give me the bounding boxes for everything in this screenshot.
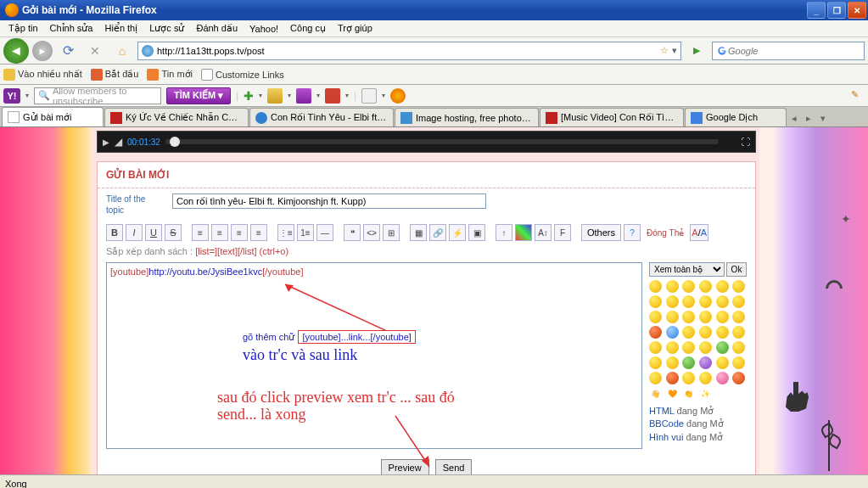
font-button[interactable]: F <box>554 224 571 241</box>
emoji-10[interactable] <box>649 372 662 384</box>
table-button[interactable]: ⊞ <box>383 224 400 241</box>
emoji-6[interactable] <box>649 356 662 369</box>
tab-scroll-left[interactable]: ◂ <box>787 109 801 126</box>
yahoo-news-icon[interactable] <box>325 88 340 104</box>
menu-history[interactable]: Lược sử <box>144 21 189 36</box>
hr-button[interactable]: — <box>316 224 333 241</box>
bookmark-news[interactable]: Tin mới <box>147 69 193 81</box>
link-button[interactable]: 🔗 <box>429 224 446 241</box>
color-button[interactable] <box>515 224 532 241</box>
tab-music[interactable]: [Music Video] Con Rối Tình Yêu El... <box>540 108 684 126</box>
emoji-5[interactable] <box>732 341 745 354</box>
emoji-sleepy[interactable] <box>716 311 729 323</box>
tab-video2[interactable]: Con Rối Tình Yêu - Elbi ft. Kimjoo... <box>249 108 394 126</box>
dropdown-icon[interactable]: ▾ <box>672 45 677 56</box>
emoji-cool[interactable] <box>649 295 662 308</box>
emoji-fire[interactable] <box>666 372 679 384</box>
video-button[interactable]: ▣ <box>468 224 485 241</box>
help-button[interactable]: ? <box>624 224 641 241</box>
reload-button[interactable]: ⟳ <box>56 39 80 63</box>
yahoo-apps-icon[interactable] <box>361 88 377 104</box>
flash-button[interactable]: ⚡ <box>449 224 466 241</box>
volume-icon[interactable]: ◢ <box>115 136 122 148</box>
yahoo-search-box[interactable]: 🔍Allow members to unsubscribe <box>34 87 161 104</box>
bold-button[interactable]: B <box>106 224 123 241</box>
switch-mode-button[interactable]: A/A <box>690 224 708 241</box>
fullscreen-icon[interactable]: ⛶ <box>741 137 750 147</box>
yahoo-messenger-icon[interactable] <box>296 88 311 104</box>
emoji-tongue[interactable] <box>716 295 729 308</box>
yahoo-search-button[interactable]: TÌM KIẾM ▾ <box>166 87 231 104</box>
menu-view[interactable]: Hiển thị <box>100 21 143 36</box>
minimize-button[interactable]: _ <box>807 2 826 19</box>
yahoo-logo-icon[interactable]: Y! <box>3 88 20 104</box>
bookmark-start[interactable]: Bắt đầu <box>91 69 139 81</box>
maximize-button[interactable]: ❐ <box>827 2 846 19</box>
emoji-heart[interactable] <box>716 372 729 384</box>
emoji-kiss[interactable] <box>682 295 695 308</box>
others-button[interactable]: Others <box>581 224 621 241</box>
tab-scroll-right[interactable]: ▸ <box>802 109 815 126</box>
close-button[interactable]: ✕ <box>848 2 866 19</box>
yahoo-edit-icon[interactable]: ✎ <box>851 89 865 103</box>
emoji-star[interactable] <box>666 326 679 339</box>
emoji-3[interactable] <box>682 341 695 354</box>
tab-translate[interactable]: Google Dịch <box>685 108 787 126</box>
play-icon[interactable]: ▶ <box>103 137 109 147</box>
title-input[interactable] <box>172 194 486 209</box>
emoji-wave4[interactable]: ✨ <box>699 387 712 400</box>
list-ol-button[interactable]: 1≡ <box>297 224 314 241</box>
home-button[interactable]: ⌂ <box>110 39 134 63</box>
go-button[interactable]: ▶ <box>685 39 708 63</box>
emoji-wave2[interactable]: 🧡 <box>666 387 679 400</box>
italic-button[interactable]: I <box>126 224 143 241</box>
url-input[interactable] <box>157 46 657 56</box>
back-button[interactable]: ◄ <box>3 38 29 64</box>
tab-post[interactable]: Gửi bài mới <box>2 107 104 126</box>
align-left-button[interactable]: ≡ <box>192 224 209 241</box>
emoji-grin[interactable] <box>666 280 679 293</box>
emoji-skull[interactable] <box>732 372 745 384</box>
emoji-ok-button[interactable]: Ok <box>726 262 747 277</box>
emoji-angry[interactable] <box>682 311 695 323</box>
emoji-shock[interactable] <box>732 295 745 308</box>
yahoo-firefox-icon[interactable] <box>390 88 406 104</box>
list-ul-button[interactable]: ⋮≡ <box>277 224 294 241</box>
bookmark-most-visited[interactable]: Vào nhiều nhất <box>3 69 82 81</box>
emoji-wave3[interactable]: 👏 <box>682 387 695 400</box>
yahoo-mail-icon[interactable] <box>267 88 283 104</box>
emoji-category-select[interactable]: Xem toàn bộ <box>649 262 725 277</box>
emoji-7[interactable] <box>666 356 679 369</box>
emoji-alien[interactable] <box>682 356 695 369</box>
emoji-blush[interactable] <box>699 295 712 308</box>
url-bar[interactable]: ☆ ▾ <box>137 42 681 60</box>
emoji-sun[interactable] <box>682 326 695 339</box>
align-justify-button[interactable]: ≡ <box>250 224 267 241</box>
emoji-ok[interactable] <box>732 326 745 339</box>
tab-list[interactable]: ▾ <box>816 109 830 126</box>
menu-edit[interactable]: Chỉnh sửa <box>45 21 98 36</box>
menu-bookmarks[interactable]: Đánh dấu <box>191 21 243 36</box>
emoji-sick[interactable] <box>716 341 729 354</box>
emoji-no[interactable] <box>716 326 729 339</box>
underline-button[interactable]: U <box>145 224 162 241</box>
emoji-wink[interactable] <box>716 280 729 293</box>
emoji-9[interactable] <box>732 356 745 369</box>
image-button[interactable]: ▦ <box>410 224 427 241</box>
emoji-cry[interactable] <box>666 311 679 323</box>
emoji-happy[interactable] <box>699 280 712 293</box>
emoji-love[interactable] <box>666 295 679 308</box>
emoji-11[interactable] <box>682 372 695 384</box>
search-input[interactable] <box>728 46 860 56</box>
emoji-ghost[interactable] <box>699 356 712 369</box>
emoji-devil[interactable] <box>649 326 662 339</box>
emoji-smile[interactable] <box>649 280 662 293</box>
forward-button[interactable]: ► <box>32 41 53 61</box>
tab-video1[interactable]: Ký Ức Về Chiếc Nhẫn Cỏ - Ông C... <box>104 108 249 126</box>
close-tag-link[interactable]: Đóng Thẻ <box>643 228 687 238</box>
align-center-button[interactable]: ≡ <box>211 224 228 241</box>
emoji-4[interactable] <box>699 341 712 354</box>
emoji-sad[interactable] <box>649 311 662 323</box>
menu-tools[interactable]: Công cụ <box>285 21 331 36</box>
emoji-laugh[interactable] <box>682 280 695 293</box>
